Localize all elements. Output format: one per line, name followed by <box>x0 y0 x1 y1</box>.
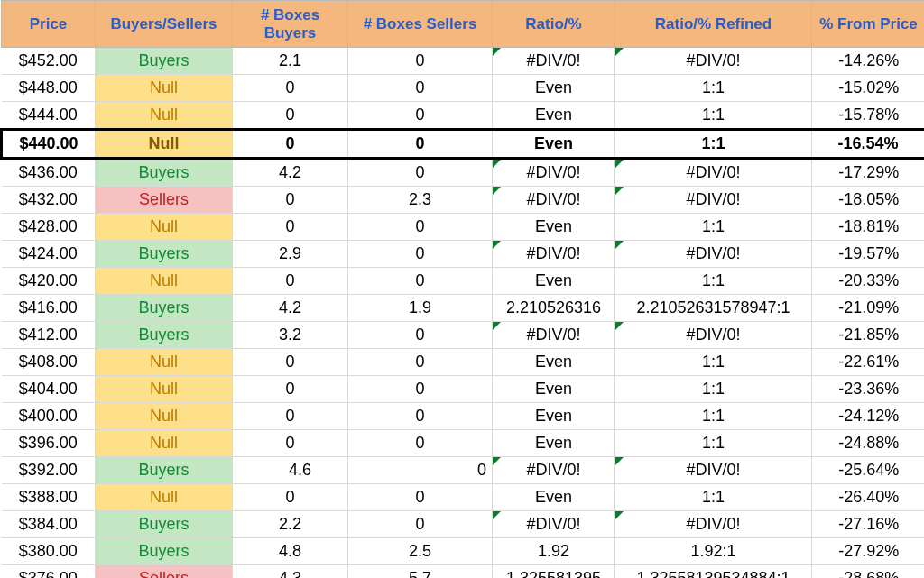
cell-ratioref[interactable]: 1:1 <box>615 403 812 430</box>
cell-pct[interactable]: -25.64% <box>812 457 925 484</box>
cell-bs[interactable]: Null <box>96 75 233 102</box>
cell-ratioref[interactable]: #DIV/0! <box>615 48 812 75</box>
cell-ratioref[interactable]: 1:1 <box>615 349 812 376</box>
cell-ratio[interactable]: Even <box>493 268 615 295</box>
cell-price[interactable]: $380.00 <box>2 538 96 565</box>
cell-bsell[interactable]: 0 <box>348 268 493 295</box>
cell-ratio[interactable]: #DIV/0! <box>493 322 615 349</box>
cell-bsell[interactable]: 0 <box>348 322 493 349</box>
cell-bs[interactable]: Sellers <box>96 187 233 214</box>
cell-bs[interactable]: Buyers <box>96 322 233 349</box>
cell-bsell[interactable]: 1.9 <box>348 295 493 322</box>
cell-ratio[interactable]: Even <box>493 349 615 376</box>
cell-ratioref[interactable]: #DIV/0! <box>615 159 812 187</box>
cell-ratioref[interactable]: 1:1 <box>615 75 812 102</box>
cell-price[interactable]: $396.00 <box>2 430 96 457</box>
cell-ratio[interactable]: Even <box>493 214 615 241</box>
cell-bb[interactable]: 4.6 <box>233 457 348 484</box>
cell-ratio[interactable]: 1.92 <box>493 538 615 565</box>
header-pct-from-price[interactable]: % From Price <box>812 1 925 48</box>
cell-bs[interactable]: Buyers <box>96 457 233 484</box>
cell-price[interactable]: $420.00 <box>2 268 96 295</box>
cell-pct[interactable]: -16.54% <box>812 130 925 159</box>
cell-bb[interactable]: 0 <box>233 376 348 403</box>
cell-ratio[interactable]: Even <box>493 75 615 102</box>
cell-bb[interactable]: 0 <box>233 349 348 376</box>
cell-bsell[interactable]: 0 <box>348 48 493 75</box>
cell-bsell[interactable]: 0 <box>348 484 493 511</box>
cell-pct[interactable]: -24.12% <box>812 403 925 430</box>
cell-price[interactable]: $412.00 <box>2 322 96 349</box>
cell-bs[interactable]: Buyers <box>96 295 233 322</box>
cell-pct[interactable]: -21.85% <box>812 322 925 349</box>
cell-ratioref[interactable]: 1:1 <box>615 376 812 403</box>
cell-bsell[interactable]: 0 <box>348 403 493 430</box>
cell-bs[interactable]: Buyers <box>96 241 233 268</box>
cell-bs[interactable]: Null <box>96 376 233 403</box>
cell-price[interactable]: $432.00 <box>2 187 96 214</box>
cell-price[interactable]: $404.00 <box>2 376 96 403</box>
cell-bs[interactable]: Null <box>96 430 233 457</box>
cell-ratio[interactable]: Even <box>493 484 615 511</box>
cell-pct[interactable]: -27.16% <box>812 511 925 538</box>
cell-ratioref[interactable]: 1:1 <box>615 430 812 457</box>
cell-bs[interactable]: Null <box>96 484 233 511</box>
cell-price[interactable]: $448.00 <box>2 75 96 102</box>
cell-bb[interactable]: 0 <box>233 214 348 241</box>
cell-pct[interactable]: -27.92% <box>812 538 925 565</box>
cell-price[interactable]: $436.00 <box>2 159 96 187</box>
cell-bb[interactable]: 0 <box>233 102 348 130</box>
header-price[interactable]: Price <box>2 1 96 48</box>
cell-ratioref[interactable]: 1.92:1 <box>615 538 812 565</box>
header-ratio-refined[interactable]: Ratio/% Refined <box>615 1 812 48</box>
cell-pct[interactable]: -21.09% <box>812 295 925 322</box>
cell-pct[interactable]: -23.36% <box>812 376 925 403</box>
cell-bs[interactable]: Null <box>96 214 233 241</box>
cell-bs[interactable]: Null <box>96 403 233 430</box>
cell-bsell[interactable]: 0 <box>348 214 493 241</box>
cell-price[interactable]: $384.00 <box>2 511 96 538</box>
cell-price[interactable]: $428.00 <box>2 214 96 241</box>
cell-pct[interactable]: -19.57% <box>812 241 925 268</box>
cell-pct[interactable]: -26.40% <box>812 484 925 511</box>
cell-bb[interactable]: 4.3 <box>233 565 348 578</box>
header-ratio[interactable]: Ratio/% <box>493 1 615 48</box>
cell-price[interactable]: $440.00 <box>2 130 96 159</box>
cell-ratio[interactable]: #DIV/0! <box>493 187 615 214</box>
cell-bsell[interactable]: 0 <box>348 430 493 457</box>
cell-bb[interactable]: 2.1 <box>233 48 348 75</box>
cell-bb[interactable]: 0 <box>233 403 348 430</box>
cell-ratioref[interactable]: #DIV/0! <box>615 241 812 268</box>
cell-bsell[interactable]: 0 <box>348 102 493 130</box>
cell-ratioref[interactable]: 1:1 <box>615 102 812 130</box>
cell-pct[interactable]: -22.61% <box>812 349 925 376</box>
cell-bb[interactable]: 0 <box>233 430 348 457</box>
cell-ratioref[interactable]: 1:1 <box>615 130 812 159</box>
cell-bsell[interactable]: 2.5 <box>348 538 493 565</box>
cell-ratioref[interactable]: 1:1 <box>615 484 812 511</box>
cell-pct[interactable]: -28.68% <box>812 565 925 578</box>
cell-bb[interactable]: 4.8 <box>233 538 348 565</box>
cell-bs[interactable]: Sellers <box>96 565 233 578</box>
cell-ratioref[interactable]: 1:1 <box>615 214 812 241</box>
cell-ratio[interactable]: Even <box>493 430 615 457</box>
cell-pct[interactable]: -14.26% <box>812 48 925 75</box>
cell-ratio[interactable]: #DIV/0! <box>493 48 615 75</box>
cell-bsell[interactable]: 0 <box>348 511 493 538</box>
cell-bb[interactable]: 0 <box>233 130 348 159</box>
cell-bb[interactable]: 4.2 <box>233 295 348 322</box>
header-boxes-sellers[interactable]: # Boxes Sellers <box>348 1 493 48</box>
cell-ratio[interactable]: Even <box>493 403 615 430</box>
cell-bsell[interactable]: 0 <box>348 376 493 403</box>
cell-bb[interactable]: 2.2 <box>233 511 348 538</box>
cell-bsell[interactable]: 0 <box>348 241 493 268</box>
cell-ratio[interactable]: Even <box>493 130 615 159</box>
cell-bs[interactable]: Null <box>96 349 233 376</box>
cell-ratioref[interactable]: 1.32558139534884:1 <box>615 565 812 578</box>
cell-ratio[interactable]: 1.325581395 <box>493 565 615 578</box>
cell-ratioref[interactable]: 2.21052631578947:1 <box>615 295 812 322</box>
cell-price[interactable]: $388.00 <box>2 484 96 511</box>
cell-bb[interactable]: 0 <box>233 268 348 295</box>
cell-bb[interactable]: 0 <box>233 75 348 102</box>
cell-bsell[interactable]: 5.7 <box>348 565 493 578</box>
